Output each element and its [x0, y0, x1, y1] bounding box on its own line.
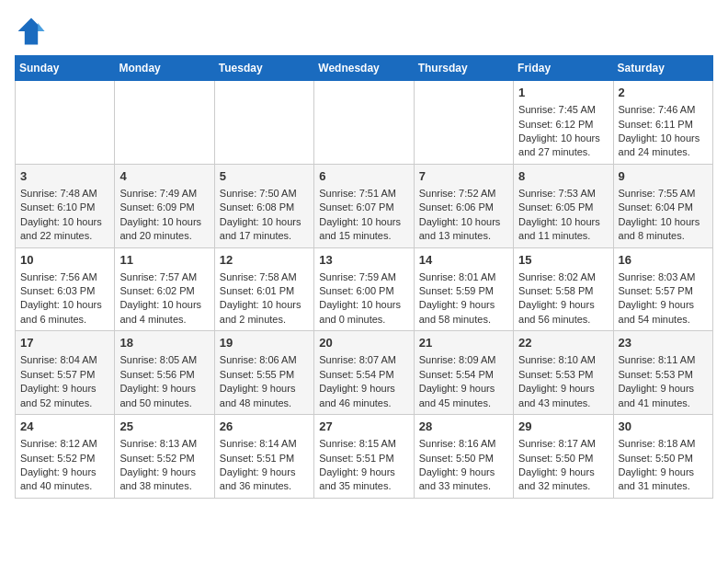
day-info: Sunrise: 8:03 AM [619, 270, 708, 284]
calendar-cell: 16Sunrise: 8:03 AMSunset: 5:57 PMDayligh… [613, 247, 712, 331]
calendar-day-header: Saturday [613, 56, 712, 81]
calendar-cell: 15Sunrise: 8:02 AMSunset: 5:58 PMDayligh… [514, 247, 613, 331]
day-info: Daylight: 9 hours and 41 minutes. [619, 382, 708, 410]
logo [15, 15, 51, 48]
day-info: Daylight: 9 hours and 54 minutes. [619, 298, 708, 327]
calendar-cell: 20Sunrise: 8:07 AMSunset: 5:54 PMDayligh… [314, 331, 414, 415]
calendar-week-row: 3Sunrise: 7:48 AMSunset: 6:10 PMDaylight… [16, 164, 713, 247]
day-info: Sunrise: 7:53 AM [518, 187, 608, 201]
calendar-cell [414, 81, 513, 165]
calendar-cell [314, 81, 414, 165]
day-info: Sunset: 6:09 PM [119, 201, 209, 214]
day-number: 22 [518, 335, 608, 351]
day-info: Daylight: 9 hours and 32 minutes. [518, 465, 608, 494]
day-number: 30 [619, 419, 708, 435]
day-info: Daylight: 10 hours and 22 minutes. [20, 215, 109, 244]
day-info: Sunrise: 8:16 AM [419, 437, 508, 451]
day-number: 6 [319, 168, 408, 185]
day-info: Sunrise: 7:56 AM [20, 270, 109, 284]
day-info: Sunset: 5:58 PM [518, 284, 608, 298]
day-number: 24 [20, 419, 109, 435]
day-info: Daylight: 10 hours and 13 minutes. [419, 215, 508, 244]
day-info: Sunset: 6:00 PM [319, 284, 408, 298]
calendar-cell: 4Sunrise: 7:49 AMSunset: 6:09 PMDaylight… [115, 164, 214, 247]
day-info: Sunset: 5:52 PM [20, 452, 109, 465]
day-info: Sunrise: 8:10 AM [518, 353, 608, 367]
day-info: Sunset: 5:56 PM [119, 368, 209, 382]
calendar-week-row: 24Sunrise: 8:12 AMSunset: 5:52 PMDayligh… [16, 415, 713, 499]
day-info: Sunrise: 7:46 AM [619, 103, 708, 117]
day-info: Daylight: 10 hours and 2 minutes. [220, 298, 309, 327]
calendar-cell: 26Sunrise: 8:14 AMSunset: 5:51 PMDayligh… [214, 415, 313, 499]
day-number: 19 [220, 335, 309, 351]
day-info: Daylight: 9 hours and 36 minutes. [220, 465, 309, 494]
day-info: Daylight: 10 hours and 27 minutes. [518, 132, 608, 160]
day-info: Sunrise: 7:50 AM [220, 187, 309, 201]
calendar-cell: 22Sunrise: 8:10 AMSunset: 5:53 PMDayligh… [514, 331, 613, 415]
calendar-week-row: 10Sunrise: 7:56 AMSunset: 6:03 PMDayligh… [16, 247, 713, 331]
day-number: 12 [220, 252, 309, 269]
day-info: Sunset: 6:10 PM [20, 201, 109, 214]
day-info: Daylight: 9 hours and 46 minutes. [319, 382, 408, 410]
day-number: 14 [419, 252, 508, 269]
calendar-cell: 24Sunrise: 8:12 AMSunset: 5:52 PMDayligh… [16, 415, 115, 499]
day-number: 7 [419, 168, 508, 185]
day-info: Daylight: 10 hours and 17 minutes. [220, 215, 309, 244]
day-info: Sunrise: 7:49 AM [119, 187, 209, 201]
day-info: Daylight: 10 hours and 20 minutes. [119, 215, 209, 244]
day-info: Sunset: 5:50 PM [619, 452, 708, 465]
day-number: 16 [619, 252, 708, 269]
day-info: Sunrise: 7:55 AM [619, 187, 708, 201]
day-info: Daylight: 10 hours and 8 minutes. [619, 215, 708, 244]
day-info: Sunset: 5:53 PM [619, 368, 708, 382]
day-info: Sunrise: 7:58 AM [220, 270, 309, 284]
calendar-cell [115, 81, 214, 165]
day-info: Sunset: 6:04 PM [619, 201, 708, 214]
day-info: Sunrise: 7:51 AM [319, 187, 408, 201]
day-info: Sunset: 5:59 PM [419, 284, 508, 298]
calendar-cell: 6Sunrise: 7:51 AMSunset: 6:07 PMDaylight… [314, 164, 414, 247]
day-number: 28 [419, 419, 508, 435]
day-number: 17 [20, 335, 109, 351]
day-number: 27 [319, 419, 408, 435]
day-info: Daylight: 10 hours and 15 minutes. [319, 215, 408, 244]
day-info: Sunrise: 7:48 AM [20, 187, 109, 201]
day-number: 9 [619, 168, 708, 185]
calendar-week-row: 17Sunrise: 8:04 AMSunset: 5:57 PMDayligh… [16, 331, 713, 415]
day-info: Sunset: 6:02 PM [119, 284, 209, 298]
day-info: Sunset: 5:57 PM [619, 284, 708, 298]
day-info: Daylight: 10 hours and 24 minutes. [619, 132, 708, 160]
calendar-cell: 27Sunrise: 8:15 AMSunset: 5:51 PMDayligh… [314, 415, 414, 499]
day-number: 4 [119, 168, 209, 185]
day-info: Sunset: 6:08 PM [220, 201, 309, 214]
day-info: Sunset: 5:52 PM [119, 452, 209, 465]
day-info: Sunrise: 8:12 AM [20, 437, 109, 451]
calendar-cell: 18Sunrise: 8:05 AMSunset: 5:56 PMDayligh… [115, 331, 214, 415]
day-info: Sunrise: 8:06 AM [220, 353, 309, 367]
day-info: Sunrise: 8:02 AM [518, 270, 608, 284]
day-info: Daylight: 9 hours and 58 minutes. [419, 298, 508, 327]
day-info: Sunset: 5:51 PM [319, 452, 408, 465]
calendar-cell: 14Sunrise: 8:01 AMSunset: 5:59 PMDayligh… [414, 247, 513, 331]
day-info: Daylight: 9 hours and 48 minutes. [220, 382, 309, 410]
day-info: Sunset: 5:50 PM [518, 452, 608, 465]
calendar-cell: 25Sunrise: 8:13 AMSunset: 5:52 PMDayligh… [115, 415, 214, 499]
day-number: 3 [20, 168, 109, 185]
calendar-cell: 13Sunrise: 7:59 AMSunset: 6:00 PMDayligh… [314, 247, 414, 331]
calendar-cell: 17Sunrise: 8:04 AMSunset: 5:57 PMDayligh… [16, 331, 115, 415]
day-info: Sunset: 6:03 PM [20, 284, 109, 298]
calendar-cell [214, 81, 313, 165]
day-info: Sunrise: 8:11 AM [619, 353, 708, 367]
day-info: Sunrise: 7:57 AM [119, 270, 209, 284]
calendar-cell: 29Sunrise: 8:17 AMSunset: 5:50 PMDayligh… [514, 415, 613, 499]
calendar-cell: 12Sunrise: 7:58 AMSunset: 6:01 PMDayligh… [214, 247, 313, 331]
day-info: Sunrise: 8:15 AM [319, 437, 408, 451]
day-number: 20 [319, 335, 408, 351]
day-info: Daylight: 9 hours and 38 minutes. [119, 465, 209, 494]
day-info: Sunset: 6:06 PM [419, 201, 508, 214]
calendar-cell: 8Sunrise: 7:53 AMSunset: 6:05 PMDaylight… [514, 164, 613, 247]
day-number: 25 [119, 419, 209, 435]
calendar-cell: 5Sunrise: 7:50 AMSunset: 6:08 PMDaylight… [214, 164, 313, 247]
day-info: Sunset: 6:07 PM [319, 201, 408, 214]
day-info: Sunrise: 7:52 AM [419, 187, 508, 201]
